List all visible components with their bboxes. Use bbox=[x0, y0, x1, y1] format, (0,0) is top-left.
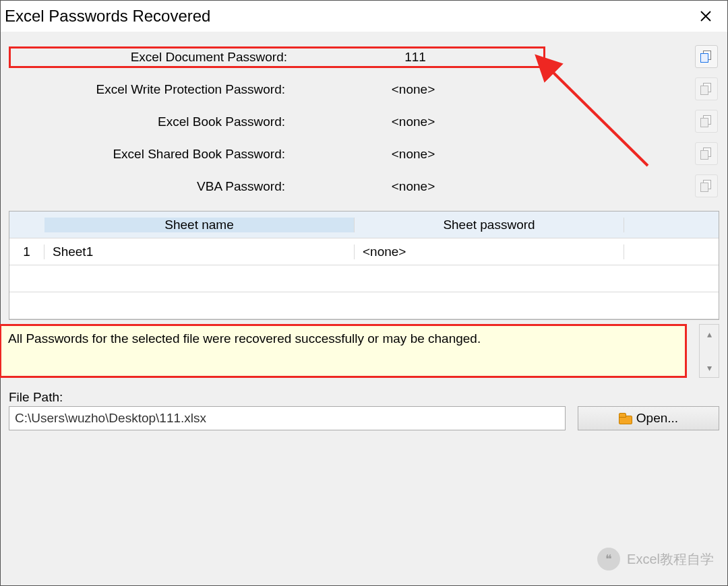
copy-icon bbox=[700, 148, 712, 160]
pw-row-shared-book: Excel Shared Book Password: <none> bbox=[9, 139, 719, 169]
window-title: Excel Passwords Recovered bbox=[5, 7, 210, 26]
content-area: Excel Document Password: 111 Excel Write… bbox=[1, 32, 727, 436]
pw-label: Excel Document Password: bbox=[11, 50, 287, 65]
open-button-label: Open... bbox=[636, 411, 678, 426]
copy-icon bbox=[700, 51, 712, 63]
folder-icon bbox=[619, 414, 631, 423]
pw-value: 111 bbox=[287, 50, 543, 65]
pw-value: <none> bbox=[285, 82, 541, 97]
copy-icon bbox=[700, 115, 712, 127]
col-header-name[interactable]: Sheet name bbox=[44, 218, 355, 232]
pw-value: <none> bbox=[285, 179, 541, 194]
pw-label: VBA Password: bbox=[9, 179, 285, 194]
copy-button[interactable] bbox=[695, 77, 718, 100]
table-row[interactable]: 1 Sheet1 <none> bbox=[9, 238, 719, 265]
watermark-text: Excel教程自学 bbox=[627, 550, 714, 568]
pw-row-vba: VBA Password: <none> bbox=[9, 172, 719, 201]
pw-value: <none> bbox=[285, 115, 541, 129]
copy-button[interactable] bbox=[695, 174, 718, 197]
pw-row-write-protection: Excel Write Protection Password: <none> bbox=[9, 75, 719, 104]
pw-label: Excel Write Protection Password: bbox=[9, 82, 285, 97]
grid-header-row: Sheet name Sheet password bbox=[9, 211, 719, 238]
copy-icon bbox=[700, 83, 712, 95]
open-button[interactable]: Open... bbox=[578, 406, 719, 430]
close-icon bbox=[700, 10, 712, 22]
status-scrollbar[interactable]: ▴ ▾ bbox=[699, 324, 719, 378]
grid-body: 1 Sheet1 <none> bbox=[9, 238, 719, 319]
close-button[interactable] bbox=[686, 1, 726, 32]
filepath-input[interactable] bbox=[9, 406, 566, 430]
dialog-window: Excel Passwords Recovered Excel Document… bbox=[0, 0, 728, 586]
copy-button[interactable] bbox=[695, 45, 718, 68]
title-bar: Excel Passwords Recovered bbox=[1, 1, 727, 32]
filepath-label: File Path: bbox=[9, 390, 719, 405]
status-area: All Passwords for the selected file were… bbox=[9, 324, 719, 378]
pw-value: <none> bbox=[285, 147, 541, 162]
sheets-grid: Sheet name Sheet password 1 Sheet1 <none… bbox=[9, 211, 719, 320]
row-number: 1 bbox=[9, 245, 44, 259]
table-row bbox=[9, 265, 719, 292]
status-message: All Passwords for the selected file were… bbox=[0, 324, 687, 378]
filepath-row: Open... bbox=[9, 406, 719, 430]
wechat-icon: ❝ bbox=[597, 548, 620, 571]
watermark: ❝ Excel教程自学 bbox=[597, 548, 714, 571]
pw-label: Excel Book Password: bbox=[9, 115, 285, 129]
table-row bbox=[9, 292, 719, 319]
scroll-down-icon: ▾ bbox=[707, 362, 712, 373]
pw-row-document: Excel Document Password: 111 bbox=[9, 42, 719, 72]
pw-label: Excel Shared Book Password: bbox=[9, 147, 285, 162]
copy-button[interactable] bbox=[695, 110, 718, 133]
col-header-password[interactable]: Sheet password bbox=[355, 218, 624, 232]
copy-button[interactable] bbox=[695, 142, 718, 165]
scroll-up-icon: ▴ bbox=[707, 329, 712, 339]
cell-sheet-password: <none> bbox=[355, 245, 624, 259]
cell-sheet-name: Sheet1 bbox=[44, 245, 355, 259]
pw-row-book: Excel Book Password: <none> bbox=[9, 107, 719, 137]
copy-icon bbox=[700, 180, 712, 192]
